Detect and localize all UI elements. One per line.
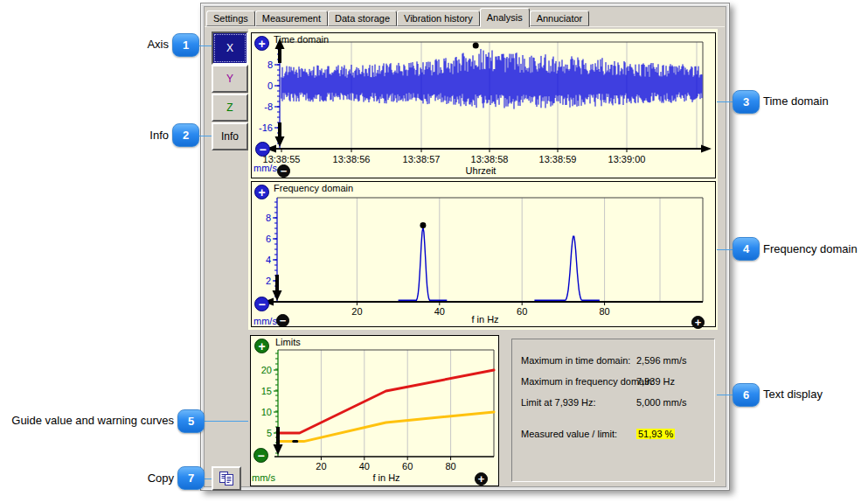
svg-text:13:38:58: 13:38:58 [471,154,509,164]
svg-text:-8: -8 [264,101,273,112]
limits-chart: 201510520406080f in Hzmm/s [251,336,498,486]
svg-text:mm/s: mm/s [253,163,277,173]
tab-data-storage[interactable]: Data storage [328,10,397,26]
svg-text:f in Hz: f in Hz [471,314,498,325]
svg-text:60: 60 [402,461,413,472]
callout-2-badge: 2 [172,123,199,147]
time-domain-chart: 80-8-1613:38:5513:38:5613:38:5713:38:581… [252,33,715,178]
callout-3-line [717,101,733,102]
sidebar-axis-x-button[interactable]: X [212,31,248,65]
freq-scale-in-button[interactable]: + [691,316,705,329]
svg-text:13:39:00: 13:39:00 [608,154,646,164]
text-display-row-3-value: 5,000 mm/s [636,397,686,408]
callout-4-label: Frequency domain [763,241,858,257]
sidebar-axis-z-button[interactable]: Z [212,94,248,122]
limits-scale-in-button[interactable]: + [475,472,488,486]
svg-text:8: 8 [266,213,271,223]
text-display-row-3-label: Limit at 7,939 Hz: [521,397,596,408]
svg-text:mm/s: mm/s [253,316,277,326]
text-display-row-1-value: 2,596 mm/s [636,355,686,366]
freq-scale-out-button[interactable]: − [276,314,289,327]
callout-1-label: Axis [147,37,169,52]
text-display: Maximum in time domain:2,596 mm/sMaximum… [511,339,715,482]
callout-5-badge: 5 [177,409,205,433]
svg-text:mm/s: mm/s [252,472,275,483]
svg-text:Uhrzeit: Uhrzeit [466,165,496,176]
text-display-row-2-label: Maximum in frequency domain: [521,376,655,387]
callout-3-badge: 3 [733,90,760,114]
limits-zoom-in-button[interactable]: + [254,339,269,353]
limits-marker [292,440,298,443]
freq-zoom-in-button[interactable]: + [254,185,269,199]
text-display-row-4-value: 51,93 % [636,429,675,439]
svg-text:80: 80 [445,461,455,472]
time-domain-waveform [281,49,702,109]
svg-text:-16: -16 [259,122,273,133]
callout-4-badge: 4 [733,237,760,261]
tab-analysis[interactable]: Analysis [480,8,530,27]
frequency-domain-max-marker [420,222,426,228]
callout-2-label: Info [149,128,169,143]
svg-text:5: 5 [267,428,272,438]
callout-6-label: Text display [763,387,823,402]
copy-button[interactable] [212,466,241,491]
frequency-domain-panel: Frequency domain 864220406080f in Hzmm/s [251,181,716,327]
svg-text:4: 4 [266,255,271,265]
svg-text:13:38:57: 13:38:57 [403,154,441,164]
svg-text:40: 40 [434,306,445,317]
copy-pages-icon [218,471,235,486]
time-domain-panel: Time domain 80-8-1613:38:5513:38:5613:38… [251,32,716,178]
svg-text:15: 15 [261,386,272,396]
time-zoom-in-button[interactable]: + [254,36,269,51]
sidebar-info-button[interactable]: Info [212,122,248,150]
freq-zoom-out-button[interactable]: − [254,297,269,311]
svg-text:0: 0 [267,80,273,91]
callout-5-label: Guide value and warning curves [11,413,174,429]
text-display-row-4-label: Measured value / limit: [521,429,617,439]
svg-text:80: 80 [599,306,609,317]
callout-5-line [204,421,248,422]
callout-6-line [717,395,733,395]
text-display-row-2-value: 7,939 Hz [636,376,675,387]
callout-2-line [198,136,212,136]
sidebar-axis-y-button[interactable]: Y [212,65,248,93]
svg-text:13:38:56: 13:38:56 [333,154,371,164]
svg-text:2: 2 [266,276,271,286]
frequency-peak-2 [534,236,600,300]
time-domain-title: Time domain [274,34,329,45]
svg-text:40: 40 [359,461,370,472]
limits-zoom-out-button[interactable]: − [253,448,268,463]
text-display-row-1-label: Maximum in time domain: [521,355,630,366]
tab-settings[interactable]: Settings [206,10,255,26]
time-scale-out-button[interactable]: − [277,164,290,178]
tab-measurement[interactable]: Measurement [255,10,328,26]
limits-panel: Limits 201510520406080f in Hzmm/s [250,335,499,486]
tab-strip-baseline [205,26,725,27]
svg-text:8: 8 [267,59,273,70]
callout-1-line [198,45,212,46]
callout-7-badge: 7 [177,466,205,490]
limits-title: Limits [275,337,301,347]
tab-bar: SettingsMeasurementData storageVibration… [206,8,589,26]
svg-text:20: 20 [261,365,272,375]
frequency-domain-title: Frequency domain [274,183,353,193]
frequency-domain-chart: 864220406080f in Hzmm/s [252,182,715,326]
svg-text:13:38:59: 13:38:59 [539,154,577,164]
tab-annuciator[interactable]: Annuciator [530,10,590,26]
callout-3-label: Time domain [763,94,829,109]
time-zoom-out-button[interactable]: − [255,142,270,157]
callout-7-label: Copy [148,471,174,486]
svg-text:10: 10 [261,407,272,417]
svg-text:6: 6 [266,234,271,244]
svg-text:f in Hz: f in Hz [372,472,399,483]
time-domain-max-marker [473,43,479,49]
svg-text:20: 20 [351,306,362,317]
callout-6-badge: 6 [733,383,760,407]
svg-text:20: 20 [316,461,326,472]
svg-text:60: 60 [517,306,527,317]
callout-4-line [717,249,733,250]
page: SettingsMeasurementData storageVibration… [0,0,868,503]
callout-1-badge: 1 [172,33,199,57]
callout-7-line [204,479,212,479]
tab-vibration-history[interactable]: Vibration history [397,10,480,26]
